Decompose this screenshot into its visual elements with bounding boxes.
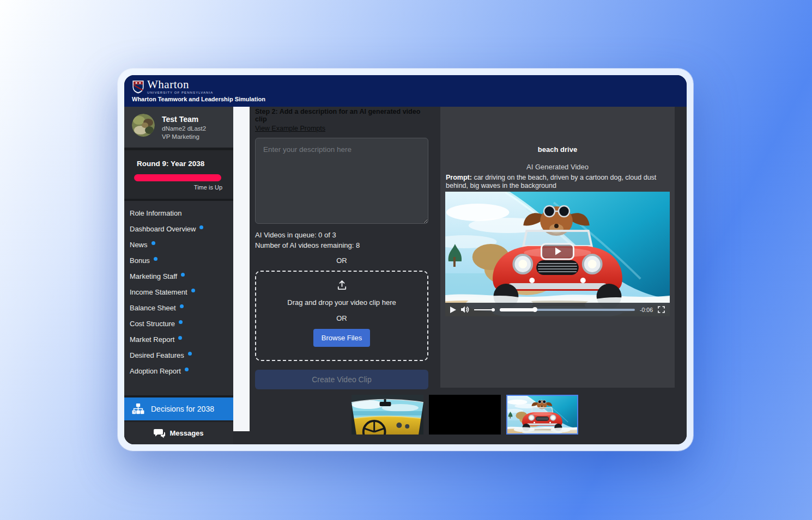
sidebar-item-adoption-report[interactable]: Adoption Report (124, 363, 233, 379)
round-title: Round 9: Year 2038 (137, 160, 222, 168)
scroll-gutter[interactable] (233, 107, 250, 431)
sidebar-item-messages[interactable]: Messages (124, 420, 233, 444)
video-controls: -0:06 (445, 303, 670, 316)
notification-dot (181, 273, 185, 277)
volume-slider[interactable] (474, 307, 495, 312)
notification-dot (152, 241, 155, 245)
app-title: Wharton Teamwork and Leadership Simulati… (132, 96, 687, 102)
prompt-text: car driving on the beach, driven by a ca… (446, 174, 656, 189)
upload-icon (336, 279, 348, 291)
app-window: Wharton University of Pennsylvania Whart… (118, 69, 693, 451)
team-card: Test Team dName2 dLast2 VP Marketing (124, 107, 233, 150)
description-textarea[interactable] (255, 138, 428, 224)
brand-logo: Wharton University of Pennsylvania (132, 79, 687, 94)
content-area: Step 2: Add a description for an AI gene… (250, 107, 687, 444)
sidebar-item-marketing-staff[interactable]: Marketing Staff (124, 268, 233, 284)
notification-dot (185, 368, 189, 371)
sidebar-item-balance-sheet[interactable]: Balance Sheet (124, 300, 233, 316)
round-status: Time is Up (137, 184, 222, 191)
clip-title: beach drive (440, 145, 675, 154)
notification-dot (188, 352, 192, 356)
view-example-prompts-link[interactable]: View Example Prompts (255, 125, 325, 132)
clip-thumbnail-strip (352, 395, 578, 435)
messages-label: Messages (169, 429, 203, 437)
play-button[interactable] (450, 307, 456, 313)
video-preview-panel: beach drive AI Generated Video Prompt: c… (440, 107, 675, 388)
sidebar-item-news[interactable]: News (124, 237, 233, 253)
brand-subtitle: University of Pennsylvania (147, 91, 213, 94)
team-member: dName2 dLast2 (162, 125, 206, 132)
thumbnail-beach-drive-clip[interactable] (506, 395, 578, 435)
time-remaining: -0:06 (640, 307, 653, 313)
sidebar-item-bonus[interactable]: Bonus (124, 253, 233, 268)
notification-dot (199, 225, 203, 229)
progress-knob[interactable] (532, 307, 537, 312)
app-header: Wharton University of Pennsylvania Whart… (124, 75, 687, 107)
volume-knob[interactable] (492, 308, 495, 312)
sidebar-item-income-statement[interactable]: Income Statement (124, 284, 233, 300)
notification-dot (180, 304, 184, 308)
team-name: Test Team (162, 115, 206, 124)
notification-dot (178, 336, 182, 340)
dropzone-instruction: Drag and drop your video clip here (287, 298, 396, 307)
svg-text:?: ? (133, 411, 135, 414)
notification-dot (191, 289, 195, 292)
video-player[interactable]: -0:06 (445, 192, 670, 316)
avatar (132, 114, 155, 137)
sidebar-nav: Role Information Dashboard Overview News… (124, 201, 233, 379)
or-divider: OR (255, 256, 428, 265)
notification-dot (179, 320, 183, 324)
step-title: Step 2: Add a description for an AI gene… (255, 108, 428, 123)
sidebar-item-desired-features[interactable]: Desired Features (124, 347, 233, 363)
sidebar-item-market-report[interactable]: Market Report (124, 332, 233, 347)
penn-shield-icon (132, 80, 144, 94)
dropzone-or: OR (336, 314, 347, 322)
thumbnail-dashboard-clip[interactable] (352, 395, 423, 435)
create-video-clip-button[interactable]: Create Video Clip (255, 370, 428, 389)
org-chart-icon: ? (131, 402, 145, 416)
chat-bubbles-icon (154, 429, 165, 438)
sidebar-item-decisions[interactable]: ? Decisions for 2038 (124, 395, 233, 420)
play-icon (555, 248, 561, 255)
clip-type-label: AI Generated Video (440, 163, 675, 171)
sidebar: Test Team dName2 dLast2 VP Marketing Rou… (124, 107, 233, 444)
sidebar-item-cost-structure[interactable]: Cost Structure (124, 316, 233, 332)
queue-status: AI Videos in queue: 0 of 3 (255, 230, 428, 240)
progress-bar[interactable] (500, 307, 635, 312)
remaining-status: Number of AI videos remaining: 8 (255, 240, 428, 250)
volume-button[interactable] (461, 306, 469, 313)
round-card: Round 9: Year 2038 Time is Up (124, 150, 233, 201)
notification-dot (154, 257, 157, 261)
round-progress-bar (134, 174, 221, 181)
fullscreen-button[interactable] (658, 306, 665, 313)
brand-title: Wharton (147, 79, 213, 90)
clip-prompt: Prompt: car driving on the beach, driven… (446, 174, 669, 190)
decisions-label: Decisions for 2038 (151, 405, 214, 413)
sidebar-item-dashboard-overview[interactable]: Dashboard Overview (124, 221, 233, 237)
thumbnail-black-clip[interactable] (429, 395, 501, 435)
sidebar-item-role-information[interactable]: Role Information (124, 205, 233, 221)
prompt-label: Prompt: (446, 174, 472, 181)
team-role: VP Marketing (162, 133, 206, 140)
browse-files-button[interactable]: Browse Files (313, 329, 370, 347)
simulation-app: Wharton University of Pennsylvania Whart… (124, 75, 687, 444)
play-overlay-button[interactable] (541, 243, 574, 260)
video-dropzone[interactable]: Drag and drop your video clip here OR Br… (255, 271, 428, 361)
video-compose-column: Step 2: Add a description for an AI gene… (255, 108, 428, 389)
